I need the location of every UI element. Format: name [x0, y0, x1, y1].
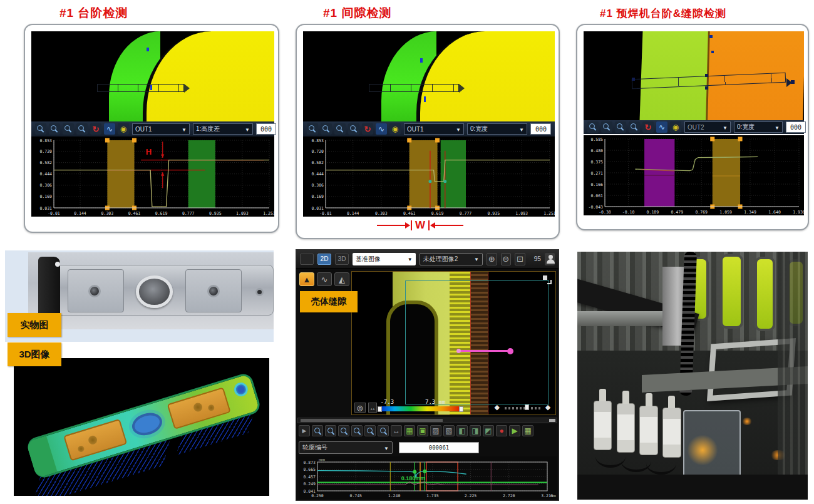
height-colorbar[interactable]	[378, 406, 460, 411]
zoom-out-icon[interactable]	[501, 253, 512, 265]
user-icon[interactable]	[545, 253, 555, 265]
record-icon[interactable]	[496, 425, 507, 436]
waveform-icon[interactable]	[104, 123, 115, 135]
target-icon[interactable]	[354, 403, 366, 413]
threshold-value-field[interactable]: 000	[530, 123, 551, 135]
threshold-slider[interactable]	[505, 407, 542, 409]
pan-icon[interactable]	[391, 425, 402, 436]
zoom-3-icon[interactable]	[615, 121, 626, 133]
color-diamond-icon[interactable]: ◆	[545, 403, 550, 411]
range-min-label: -7.3	[381, 399, 394, 405]
view-list-toggle[interactable]	[300, 254, 314, 265]
mode-select[interactable]: 1:高度差	[193, 123, 253, 135]
profile-number-field[interactable]: 000061	[399, 442, 479, 453]
roi-1-icon[interactable]	[456, 425, 468, 436]
reset-icon[interactable]	[90, 123, 101, 135]
range-span-icon[interactable]	[368, 403, 377, 413]
base-image-select[interactable]: 基准图像	[353, 253, 416, 265]
zoom-6-icon[interactable]	[378, 425, 389, 436]
threshold-value-field[interactable]: 000	[256, 123, 276, 135]
threshold-handle[interactable]	[525, 404, 529, 410]
zoom-2-icon[interactable]	[321, 123, 332, 135]
zoom-1-icon[interactable]	[35, 123, 46, 135]
orange-glow	[741, 418, 753, 425]
screen-green-icon[interactable]	[417, 425, 428, 436]
horizontal-scrollbar[interactable]	[297, 418, 557, 423]
reset-icon[interactable]	[362, 123, 373, 135]
zoom-1-icon[interactable]	[307, 123, 318, 135]
scrollbar-nub[interactable]	[549, 419, 555, 422]
view-3d-toggle[interactable]: 3D	[335, 254, 349, 265]
end-hole	[255, 288, 264, 296]
svg-text:0.479: 0.479	[671, 210, 683, 215]
processed-image-select[interactable]: 未处理图像2	[420, 253, 483, 265]
colorbar-min-handle[interactable]	[378, 406, 382, 412]
zoom-2-icon[interactable]	[49, 123, 60, 135]
zoom-3-icon[interactable]	[338, 425, 349, 436]
svg-text:1.059: 1.059	[719, 210, 732, 215]
zoom-4-icon[interactable]	[351, 425, 363, 436]
roi-handle-dot[interactable]	[791, 80, 795, 84]
mode-select[interactable]: 0:宽度	[467, 123, 527, 135]
grid-green-icon[interactable]	[404, 425, 415, 436]
result-icon[interactable]	[522, 425, 533, 436]
image-view-icon[interactable]	[299, 272, 314, 286]
waveform-icon[interactable]	[376, 123, 387, 135]
roi-handle-dot[interactable]	[705, 86, 708, 90]
vision-toolbar-icons	[35, 123, 129, 135]
threshold-value-field[interactable]: 000	[786, 121, 806, 133]
scrollbar-thumb[interactable]	[301, 419, 443, 422]
roi-2-icon[interactable]	[470, 425, 481, 436]
measurement-roi-box[interactable]	[97, 84, 185, 92]
step-panel-title: #1 台阶检测	[59, 5, 128, 21]
export-icon[interactable]	[509, 425, 520, 436]
marker-icon[interactable]	[389, 123, 401, 135]
fullscreen-icon[interactable]	[543, 275, 552, 284]
mode-select[interactable]: 0:宽度	[734, 121, 783, 133]
svg-text:-0.38: -0.38	[599, 210, 611, 215]
image-viewer[interactable]: -7.3 7.3 mm ◆ ◆	[351, 271, 556, 415]
zoom-1-icon[interactable]	[587, 121, 599, 133]
zoom-1-icon[interactable]	[312, 425, 323, 436]
view-2d-toggle[interactable]: 2D	[317, 254, 331, 265]
mask-1-icon[interactable]	[430, 425, 441, 436]
svg-text:0.166: 0.166	[590, 182, 603, 187]
mask-2-icon[interactable]	[443, 425, 455, 436]
marker-icon[interactable]	[118, 123, 129, 135]
output-select[interactable]: OUT1	[132, 123, 190, 135]
gap-heightmap-image	[303, 31, 555, 121]
measurement-roi-box[interactable]	[369, 84, 460, 92]
viewer-roi-outline[interactable]	[405, 280, 550, 404]
zoom-4-icon[interactable]	[348, 123, 359, 135]
zoom-3-icon[interactable]	[334, 123, 346, 135]
height-view-icon[interactable]	[334, 272, 349, 286]
color-diamond-icon[interactable]: ◆	[495, 403, 500, 411]
svg-text:0.665: 0.665	[303, 467, 316, 472]
zoom-2-icon[interactable]	[325, 425, 336, 436]
cursor-icon[interactable]	[299, 425, 310, 436]
zoom-4-icon[interactable]	[629, 121, 640, 133]
svg-text:0.144: 0.144	[347, 211, 359, 216]
zoom-3-icon[interactable]	[63, 123, 74, 135]
reset-icon[interactable]	[642, 121, 654, 133]
output-select[interactable]: OUT2	[684, 121, 731, 133]
roi-handle-dot[interactable]	[632, 78, 635, 81]
svg-text:0.031: 0.031	[311, 206, 324, 211]
zoom-4-icon[interactable]	[76, 123, 88, 135]
svg-text:0.619: 0.619	[155, 211, 168, 216]
zoom-in-icon[interactable]	[487, 253, 497, 265]
profile-number-select[interactable]: 轮廓编号	[299, 441, 393, 454]
fit-screen-icon[interactable]	[515, 253, 525, 265]
marker-icon[interactable]	[670, 121, 681, 133]
cable-arc	[646, 453, 676, 475]
roi-3-icon[interactable]	[483, 425, 494, 436]
svg-text:0.041: 0.041	[303, 489, 316, 494]
colorbar-max-handle[interactable]	[459, 406, 463, 412]
svg-text:0.720: 0.720	[311, 149, 324, 154]
output-select[interactable]: OUT1	[404, 123, 464, 135]
zoom-2-icon[interactable]	[601, 121, 612, 133]
roi-handle-dot[interactable]	[705, 74, 708, 77]
zoom-5-icon[interactable]	[364, 425, 376, 436]
waveform-icon[interactable]	[656, 121, 667, 133]
profile-view-icon[interactable]	[317, 272, 332, 286]
